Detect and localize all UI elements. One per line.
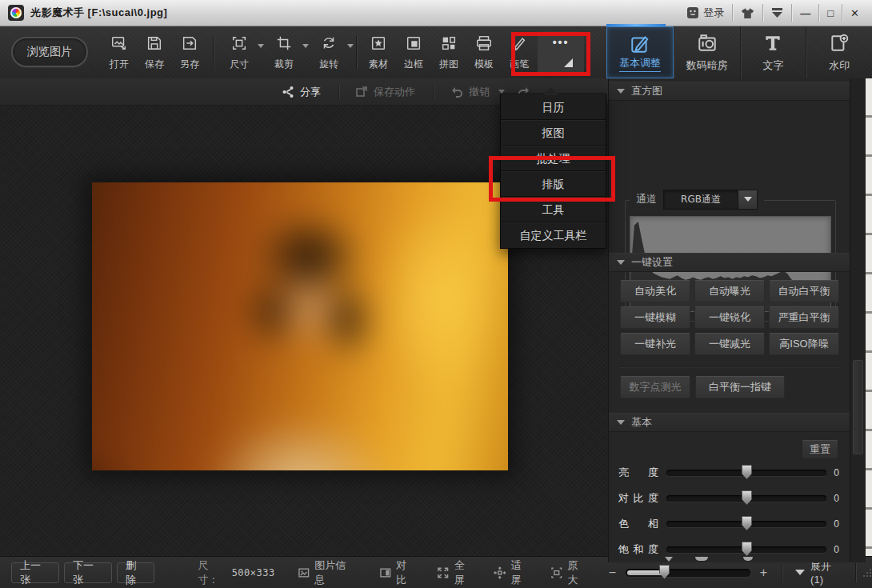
- maximize-button[interactable]: □: [819, 0, 842, 26]
- material-button[interactable]: 素材: [362, 33, 395, 73]
- share-button[interactable]: 分享: [282, 85, 321, 99]
- saturation-value: 0: [834, 544, 839, 555]
- slider-thumb[interactable]: [742, 516, 752, 530]
- open-label: 打开: [110, 58, 129, 71]
- menu-chevron-button[interactable]: [763, 0, 791, 26]
- tab-watermark[interactable]: 水印: [806, 26, 872, 78]
- tab-basic-adjust[interactable]: 基本调整: [606, 26, 674, 78]
- brightness-slider[interactable]: [666, 470, 826, 476]
- save-as-button[interactable]: 另存: [173, 33, 206, 73]
- reset-button[interactable]: 重置: [802, 440, 838, 459]
- tab-darkroom[interactable]: 数码暗房: [674, 26, 740, 78]
- maximize-icon: □: [827, 7, 834, 19]
- login-button[interactable]: 登录: [678, 0, 732, 26]
- one-key-sharpen-button[interactable]: 一键锐化: [694, 306, 765, 329]
- white-balance-one-touch-button[interactable]: 白平衡一指键: [695, 376, 785, 398]
- panel-scrollbar[interactable]: [850, 78, 866, 562]
- delete-image-button[interactable]: 删除: [117, 562, 154, 583]
- titlebar-controls: 登录 — □ ✕: [678, 0, 872, 26]
- slider-thumb[interactable]: [742, 465, 752, 479]
- photo-preview[interactable]: [92, 182, 508, 470]
- one-key-blur-button[interactable]: 一键模糊: [620, 306, 690, 329]
- hue-slider-row: 色相 0: [609, 512, 850, 536]
- brush-button[interactable]: 画笔: [502, 33, 536, 73]
- one-key-fill-light-button[interactable]: 一键补光: [620, 333, 690, 355]
- statusbar-separator: [782, 563, 782, 582]
- previous-image-button[interactable]: 上一张: [11, 562, 59, 583]
- menu-item-layout[interactable]: 排版: [501, 171, 606, 197]
- contrast-slider[interactable]: [666, 495, 826, 502]
- resize-label: 尺寸: [230, 58, 249, 71]
- histogram-section-header[interactable]: 直方图: [609, 82, 850, 101]
- save-button[interactable]: 保存: [138, 33, 171, 73]
- compare-button[interactable]: 对比: [379, 558, 417, 587]
- basic-section-header[interactable]: 基本: [609, 413, 850, 432]
- text-T-icon: [762, 33, 783, 54]
- slider-thumb[interactable]: [742, 542, 752, 556]
- zoom-in-button[interactable]: +: [760, 566, 767, 580]
- rotate-caret-icon[interactable]: [347, 44, 354, 48]
- onekey-section-header[interactable]: 一键设置: [609, 253, 850, 272]
- clipped-content-fragment: [695, 557, 708, 561]
- undo-button[interactable]: 撤销: [450, 85, 505, 99]
- crop-caret-icon[interactable]: [302, 44, 309, 48]
- open-button[interactable]: 打开: [102, 33, 136, 73]
- tab-darkroom-label: 数码暗房: [686, 58, 728, 73]
- menu-item-calendar[interactable]: 日历: [501, 94, 606, 120]
- collage-button[interactable]: 拼图: [432, 33, 466, 73]
- rotate-button[interactable]: 旋转: [312, 33, 346, 73]
- resize-button[interactable]: 尺寸: [222, 33, 256, 73]
- brightness-label: 亮度: [618, 466, 658, 480]
- collapse-triangle-icon: [617, 89, 625, 94]
- auto-white-balance-button[interactable]: 自动白平衡: [769, 280, 839, 302]
- channel-caret-button[interactable]: [738, 190, 757, 209]
- hue-slider[interactable]: [666, 521, 826, 527]
- original-size-label: 原大: [567, 558, 587, 587]
- fullscreen-button[interactable]: 全屏: [437, 558, 474, 587]
- edit-square-icon: [630, 34, 650, 54]
- save-action-button[interactable]: 保存动作: [355, 85, 415, 99]
- printer-icon: [475, 34, 493, 52]
- menu-item-batch[interactable]: 批处理: [501, 146, 606, 171]
- hue-label: 色相: [618, 517, 658, 531]
- resize-caret-icon[interactable]: [258, 44, 264, 48]
- template-button[interactable]: 模板: [467, 33, 501, 73]
- saturation-slider[interactable]: [666, 546, 826, 553]
- digital-spot-meter-button[interactable]: 数字点测光: [620, 376, 690, 398]
- zoom-slider-thumb[interactable]: [659, 565, 670, 579]
- zoom-out-button[interactable]: −: [609, 566, 616, 580]
- zoom-slider[interactable]: [626, 569, 750, 577]
- skin-button[interactable]: [733, 0, 762, 26]
- channel-dropdown[interactable]: RGB通道: [663, 190, 758, 210]
- menu-item-tools[interactable]: 工具: [501, 197, 606, 222]
- crop-button[interactable]: 裁剪: [267, 33, 301, 73]
- more-tools-button[interactable]: •••: [538, 31, 584, 74]
- border-button[interactable]: 边框: [397, 33, 430, 73]
- menu-item-cutout[interactable]: 抠图: [501, 120, 606, 146]
- high-iso-denoise-button[interactable]: 高ISO降噪: [769, 333, 839, 355]
- fit-screen-button[interactable]: 适屏: [494, 558, 531, 587]
- auto-beautify-button[interactable]: 自动美化: [620, 280, 690, 302]
- browse-images-button[interactable]: 浏览图片: [11, 37, 88, 67]
- slider-thumb[interactable]: [742, 490, 752, 505]
- close-button[interactable]: ✕: [842, 0, 872, 26]
- severe-white-balance-button[interactable]: 严重白平衡: [769, 306, 839, 329]
- save-as-label: 另存: [180, 58, 199, 71]
- resize-grip[interactable]: [862, 568, 872, 578]
- minimize-button[interactable]: —: [792, 0, 818, 26]
- scrollbar-thumb[interactable]: [853, 360, 863, 454]
- image-info-button[interactable]: 图片信息: [298, 558, 355, 587]
- expand-panel-button[interactable]: 展开(1): [795, 559, 842, 586]
- histogram-title: 直方图: [631, 84, 662, 98]
- material-star-icon: [370, 34, 387, 52]
- crop-label: 裁剪: [274, 58, 294, 71]
- original-size-button[interactable]: 原大: [550, 558, 588, 587]
- tab-basic-adjust-label: 基本调整: [619, 56, 661, 72]
- next-image-button[interactable]: 下一张: [64, 562, 112, 583]
- auto-exposure-button[interactable]: 自动曝光: [694, 280, 765, 302]
- color-wheel-icon: [10, 7, 22, 18]
- menu-item-customize-toolbar[interactable]: 自定义工具栏: [501, 222, 606, 248]
- one-key-reduce-light-button[interactable]: 一键减光: [694, 333, 765, 355]
- tab-text[interactable]: 文字: [740, 26, 806, 78]
- channel-label: 通道: [636, 192, 657, 206]
